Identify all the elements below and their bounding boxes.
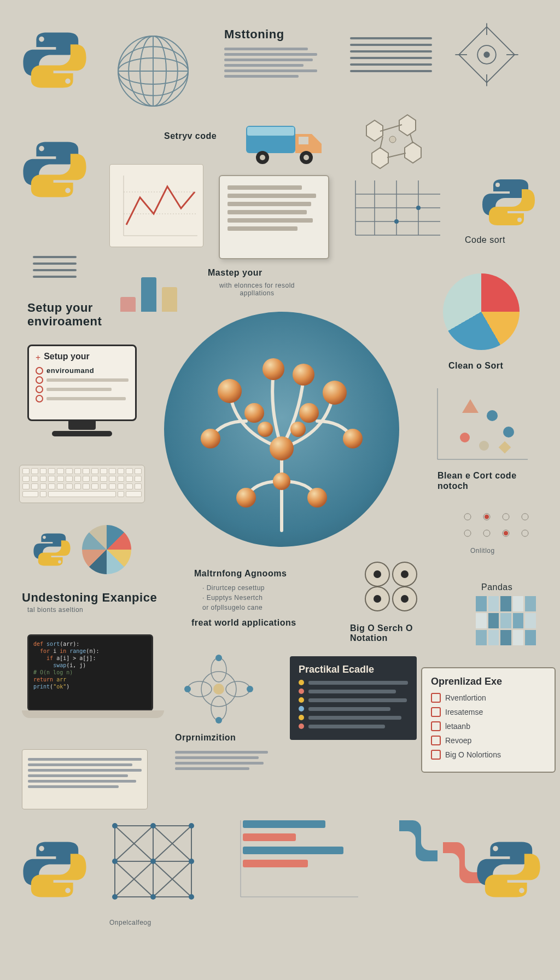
optimized-card: Oprenlizad Exe Rventlortion Iresatemse l… [421, 667, 556, 773]
svg-point-108 [189, 894, 194, 900]
practical-panel: Practikal Ecadle [290, 656, 417, 740]
real-world-label: freat world applications [191, 618, 296, 628]
svg-point-51 [299, 403, 319, 423]
svg-point-72 [374, 570, 381, 578]
svg-point-78 [503, 514, 509, 520]
svg-point-58 [258, 422, 273, 437]
opt-title: Oprenlizad Exe [431, 676, 546, 687]
wave-step-icon [394, 815, 443, 880]
svg-point-94 [184, 686, 191, 692]
svg-point-90 [188, 681, 212, 697]
svg-point-76 [464, 514, 471, 520]
svg-point-89 [211, 696, 226, 720]
blean-cort-label: Blean e Cort code notoch [438, 470, 536, 491]
opt-item-1: Rventlortion [445, 693, 486, 702]
heatmap-icon [476, 596, 536, 645]
svg-point-49 [323, 381, 347, 405]
svg-marker-62 [462, 399, 479, 413]
svg-point-105 [112, 823, 118, 829]
svg-point-73 [401, 570, 409, 578]
svg-point-80 [464, 530, 471, 536]
pandas-label: Pandas [481, 582, 512, 592]
svg-point-53 [343, 429, 363, 448]
opt-item-4: Revoep [445, 736, 471, 745]
svg-point-22 [304, 155, 309, 160]
truck-icon [241, 115, 328, 170]
keyboard-icon [19, 465, 145, 503]
tree-diagram [164, 312, 399, 547]
svg-point-48 [293, 364, 314, 386]
svg-point-107 [112, 894, 118, 900]
svg-point-74 [374, 595, 381, 603]
infographic-stage: Msttoning Setryv code [0, 0, 560, 980]
svg-point-57 [273, 472, 290, 490]
svg-rect-67 [499, 441, 511, 454]
fan-pie-icon [82, 525, 131, 574]
python-logo-icon [22, 137, 88, 202]
top-title: Msttoning [224, 27, 284, 42]
python-logo-icon [22, 837, 88, 902]
svg-point-93 [215, 717, 222, 724]
list-card [219, 175, 329, 259]
svg-point-46 [218, 379, 242, 403]
svg-point-95 [247, 686, 253, 692]
svg-point-112 [189, 859, 194, 864]
svg-point-56 [307, 488, 327, 508]
python-logo-icon [476, 837, 541, 902]
svg-point-64 [503, 427, 514, 438]
svg-rect-18 [299, 137, 308, 144]
monitor-title: Setup your [44, 352, 90, 361]
svg-point-84 [485, 515, 489, 519]
code-sort-label: Code sort [465, 235, 505, 245]
hex-network-icon [350, 109, 432, 175]
svg-rect-17 [247, 127, 294, 136]
algos-l1: · Dirurtcep cesettup [202, 584, 265, 592]
svg-point-88 [211, 658, 226, 682]
python-logo-icon [22, 27, 88, 93]
understanding-label: Undestoning Exanpice [22, 591, 157, 605]
ontitam-label: Onlitlog [470, 547, 495, 555]
dot-grid-icon [459, 509, 541, 547]
svg-point-54 [270, 436, 294, 460]
svg-line-30 [387, 153, 406, 158]
opt-item-3: letaanb [445, 722, 470, 731]
text-window-1 [22, 749, 148, 809]
axis-grid-icon [350, 175, 443, 241]
svg-point-11 [484, 52, 489, 57]
hr-lines-icon [350, 33, 432, 77]
opt-item-2: Iresatemse [445, 708, 483, 716]
globe-wireframe-icon [109, 27, 197, 115]
with-apps-label: with elonnces for resold appllations [202, 282, 312, 297]
clean-sort-label: Clean o Sort [448, 361, 503, 371]
svg-point-113 [150, 859, 156, 864]
svg-point-92 [215, 655, 222, 661]
setrycode-label: Setryv code [164, 131, 217, 141]
monitor-env-label: enviroumand [46, 366, 94, 375]
svg-point-44 [416, 206, 421, 210]
svg-point-31 [389, 136, 396, 143]
python-logo-icon [481, 175, 536, 230]
svg-line-29 [380, 137, 383, 149]
algos-l2: · Eupptys Nesertch [202, 594, 262, 602]
svg-point-59 [290, 422, 306, 437]
svg-point-111 [112, 859, 118, 864]
setup-env-label: Setup your enviroament [27, 301, 126, 329]
cluster-nodes-icon [353, 552, 429, 618]
practical-title: Practikal Ecadle [299, 664, 408, 675]
svg-point-91 [226, 681, 250, 697]
svg-point-66 [479, 441, 489, 451]
pie-chart [443, 273, 520, 350]
svg-point-110 [150, 894, 156, 900]
svg-point-50 [244, 403, 264, 423]
svg-point-20 [260, 155, 265, 160]
onpolcal-label: Onpelcalfeog [109, 919, 151, 926]
mini-bar-chart [120, 262, 177, 312]
svg-point-47 [262, 358, 284, 380]
line-chart-card [109, 164, 203, 247]
svg-point-75 [401, 595, 409, 603]
svg-point-63 [487, 410, 498, 421]
top-text-block [224, 45, 317, 80]
svg-point-52 [201, 429, 220, 448]
scatter-tree-icon [432, 383, 530, 465]
opt-item-5: Big O Nolortions [445, 750, 501, 759]
